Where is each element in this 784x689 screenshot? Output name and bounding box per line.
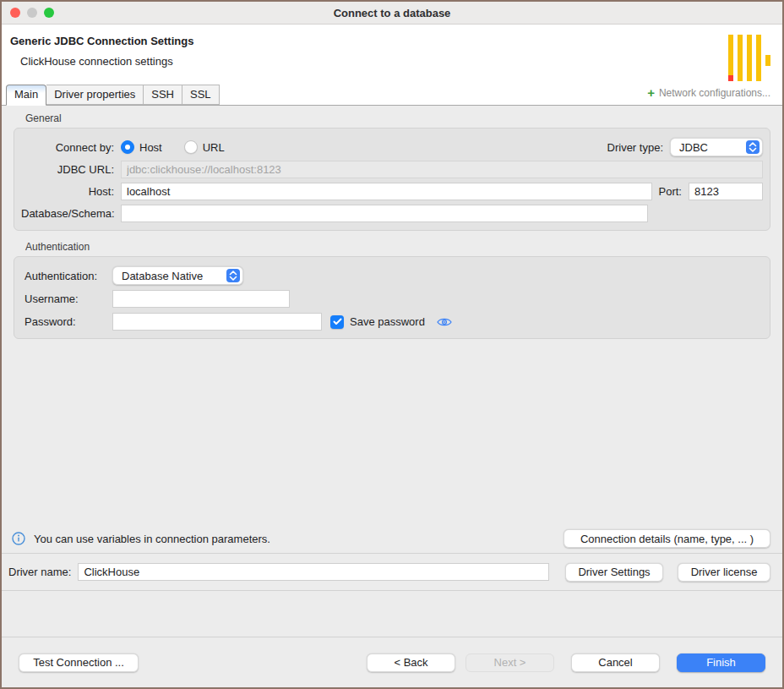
network-configurations-label: Network configurations... [659,87,770,99]
authentication-select[interactable]: Database Native [112,266,243,285]
driver-row: Driver name: Driver Settings Driver lice… [2,554,782,590]
connect-by-label: Connect by: [21,141,114,154]
variables-hint-text: You can use variables in connection para… [34,533,270,545]
next-button: Next > [466,653,554,672]
username-label: Username: [24,293,106,305]
host-radio-label: Host [139,141,162,154]
plus-icon: + [647,89,655,97]
driver-license-button[interactable]: Driver license [678,563,770,582]
authentication-label: Authentication: [24,270,106,282]
network-configurations-link[interactable]: + Network configurations... [647,87,770,105]
info-icon [12,532,25,545]
jdbc-url-label: JDBC URL: [21,163,114,176]
authentication-value: Database Native [122,270,220,282]
window-title: Connect to a database [2,7,782,19]
page-title: Generic JDBC Connection Settings [10,35,728,47]
tab-main[interactable]: Main [6,85,46,106]
tab-ssl[interactable]: SSL [182,85,220,105]
bottom-button-bar: Test Connection ... < Back Next > Cancel… [2,637,782,687]
main-content: General Connect by: Host URL Driver type… [2,106,782,637]
database-schema-field[interactable] [121,205,648,222]
password-label: Password: [24,315,106,328]
finish-button[interactable]: Finish [677,653,765,672]
test-connection-button[interactable]: Test Connection ... [19,653,139,672]
chevron-up-down-icon [746,140,760,154]
connect-dialog-window: Connect to a database Generic JDBC Conne… [0,0,784,689]
title-bar: Connect to a database [2,2,782,25]
password-field[interactable] [112,313,322,331]
save-password-checkbox[interactable] [330,315,344,329]
clickhouse-logo-icon [728,35,770,82]
database-schema-label: Database/Schema: [21,207,114,220]
jdbc-url-field [121,161,763,178]
page-subtitle: ClickHouse connection settings [20,55,728,68]
save-password-group[interactable]: Save password [330,315,425,329]
host-label: Host: [21,185,114,198]
tab-bar: Main Driver properties SSH SSL + Network… [2,80,782,106]
port-field[interactable] [689,183,763,200]
driver-type-label: Driver type: [607,141,663,154]
driver-type-select[interactable]: JDBC [670,138,763,156]
info-row: You can use variables in connection para… [2,524,782,553]
tab-ssh[interactable]: SSH [144,85,182,105]
authentication-section-label: Authentication [25,241,782,253]
driver-name-field[interactable] [78,563,549,581]
driver-settings-button[interactable]: Driver Settings [565,563,663,582]
chevron-up-down-icon [226,269,240,282]
save-password-label: Save password [350,315,425,328]
driver-type-value: JDBC [679,141,739,154]
tab-driver-properties[interactable]: Driver properties [46,85,144,105]
dialog-header: Generic JDBC Connection Settings ClickHo… [2,25,782,80]
cancel-button[interactable]: Cancel [571,653,660,672]
general-panel: Connect by: Host URL Driver type: JDBC [14,128,770,231]
driver-name-label: Driver name: [8,566,71,578]
show-password-eye-icon[interactable] [437,317,452,327]
authentication-panel: Authentication: Database Native Username… [14,256,770,339]
radio-host-group[interactable]: Host [121,140,162,154]
host-field[interactable] [121,183,652,200]
username-field[interactable] [112,290,290,308]
port-label: Port: [659,185,682,198]
radio-url-group[interactable]: URL [184,140,225,154]
general-section-label: General [25,112,782,124]
url-radio-label: URL [203,141,225,154]
back-button[interactable]: < Back [367,653,455,672]
connection-details-button[interactable]: Connection details (name, type, ... ) [564,529,770,548]
host-radio[interactable] [121,140,134,154]
url-radio[interactable] [184,140,198,154]
